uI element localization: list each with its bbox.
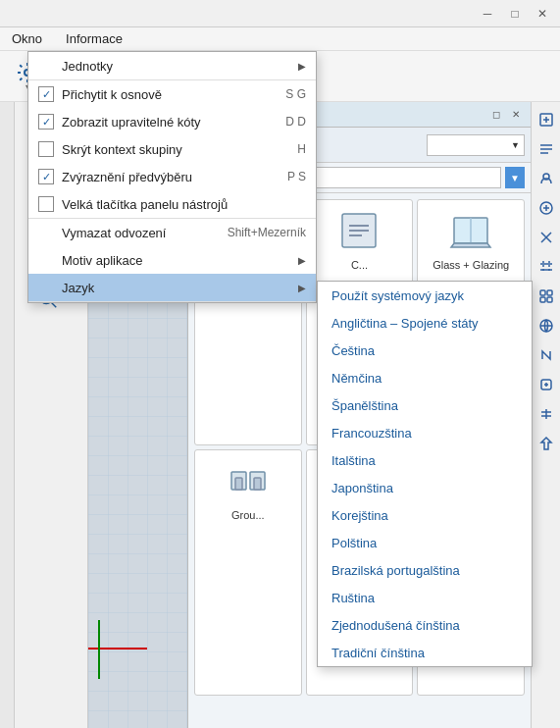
right-tool-12[interactable] xyxy=(535,430,558,457)
pan-button[interactable] xyxy=(19,177,77,210)
tile-glass-icon xyxy=(446,206,495,255)
tile-grou[interactable]: Grou... xyxy=(194,449,302,696)
panel-filter-button[interactable] xyxy=(226,132,253,158)
svg-rect-23 xyxy=(250,226,268,234)
svg-rect-25 xyxy=(229,216,242,224)
menu-okno[interactable]: Okno xyxy=(6,29,48,48)
svg-line-15 xyxy=(51,267,57,273)
panel-close-button[interactable]: ✕ xyxy=(507,107,525,123)
tile-plasti-icon xyxy=(446,456,495,505)
right-tool-1[interactable] xyxy=(535,106,558,133)
right-tool-9[interactable] xyxy=(535,341,558,369)
tile-c[interactable]: C... xyxy=(306,199,414,445)
side-tools-left xyxy=(15,102,88,728)
right-tool-7[interactable] xyxy=(535,283,558,310)
svg-rect-47 xyxy=(547,290,552,295)
globe-button[interactable]: ▾ xyxy=(90,57,129,96)
svg-point-20 xyxy=(235,140,242,147)
tile-pavers[interactable]: Pavers xyxy=(306,449,414,696)
settings-button[interactable]: ▾ xyxy=(8,57,47,96)
svg-rect-32 xyxy=(235,478,242,490)
tile-glass-label: Glass + Glazing xyxy=(433,259,509,271)
right-tool-4[interactable] xyxy=(535,194,558,222)
svg-rect-16 xyxy=(43,259,50,265)
tiles-grid: Brick + Block C... xyxy=(188,193,531,702)
svg-line-21 xyxy=(241,146,245,150)
main-area: Materiály ◻ ✕ xyxy=(0,102,560,728)
panel-search-row: ▼ xyxy=(188,163,531,193)
svg-rect-34 xyxy=(254,478,261,490)
panel-title-bar: Materiály ◻ ✕ xyxy=(188,102,531,128)
minimize-button[interactable]: ─ xyxy=(474,3,501,25)
panel-search-input[interactable] xyxy=(194,167,501,188)
svg-rect-38 xyxy=(365,478,372,490)
panel-toolbar: ▼ xyxy=(188,128,531,163)
tile-plasti[interactable]: Plasti... xyxy=(417,449,525,696)
svg-point-8 xyxy=(46,156,50,160)
axis-x xyxy=(88,648,147,650)
materials-panel: Materiály ◻ ✕ xyxy=(187,102,531,728)
tile-plasti-label: Plasti... xyxy=(453,509,488,521)
tile-pavers-label: Pavers xyxy=(342,509,376,521)
svg-point-14 xyxy=(40,256,53,269)
zoom-in-button[interactable] xyxy=(19,212,77,245)
svg-rect-24 xyxy=(237,235,255,243)
right-tool-6[interactable] xyxy=(535,253,558,281)
title-bar: ─ □ ✕ xyxy=(0,0,560,27)
tile-c-icon xyxy=(334,206,383,255)
svg-rect-40 xyxy=(458,478,465,490)
menu-informace[interactable]: Informace xyxy=(60,29,128,48)
tile-c-label: C... xyxy=(351,259,368,271)
right-tool-2[interactable] xyxy=(535,135,558,163)
move-button[interactable]: ▾ xyxy=(49,57,88,96)
zoom-selection-button[interactable] xyxy=(19,283,77,316)
tile-pavers-icon xyxy=(334,456,383,505)
maximize-button[interactable]: □ xyxy=(501,3,529,25)
toolbar: ▾ ▾ ▾ ▾ ▾ xyxy=(0,51,560,102)
svg-rect-46 xyxy=(540,290,545,295)
content-area: Materiály ◻ ✕ xyxy=(88,102,531,728)
zoom-fit-button[interactable] xyxy=(19,247,77,281)
svg-point-0 xyxy=(25,70,30,76)
menu-bar: Okno Informace xyxy=(0,27,560,51)
tile-brick-block[interactable]: Brick + Block xyxy=(194,199,302,445)
panel-search-button[interactable]: ▼ xyxy=(505,167,525,188)
svg-rect-48 xyxy=(540,297,545,302)
panel-title: Materiály xyxy=(194,108,245,122)
panel-controls: ◻ ✕ xyxy=(487,107,525,123)
info-button[interactable]: ▾ xyxy=(173,57,212,96)
panel-home-button[interactable] xyxy=(194,132,222,158)
svg-rect-42 xyxy=(477,478,484,490)
svg-rect-26 xyxy=(245,216,259,224)
orbit-button[interactable] xyxy=(19,141,77,175)
panel-pin-button[interactable]: ◻ xyxy=(487,107,505,123)
side-tools-right xyxy=(531,102,560,728)
right-tool-10[interactable] xyxy=(535,371,558,398)
svg-rect-22 xyxy=(229,226,246,234)
right-tool-11[interactable] xyxy=(535,400,558,428)
left-panel xyxy=(0,102,15,728)
tile-grou-label: Grou... xyxy=(231,509,265,521)
tile-glass[interactable]: Glass + Glazing xyxy=(417,199,525,445)
right-tool-3[interactable] xyxy=(535,165,558,192)
user-button[interactable]: ▾ xyxy=(131,57,171,96)
right-tool-8[interactable] xyxy=(535,312,558,339)
svg-marker-30 xyxy=(451,243,490,247)
tile-brick-icon xyxy=(224,206,273,255)
right-tool-5[interactable] xyxy=(535,224,558,251)
tile-brick-label: Brick + Block xyxy=(217,259,280,271)
svg-line-18 xyxy=(51,302,57,308)
axis-y xyxy=(98,620,100,679)
svg-rect-36 xyxy=(346,478,353,490)
svg-point-2 xyxy=(147,65,155,73)
svg-rect-49 xyxy=(547,297,552,302)
svg-line-11 xyxy=(51,232,57,237)
cube-view-button[interactable] xyxy=(19,106,77,139)
close-button[interactable]: ✕ xyxy=(529,3,556,25)
tile-grou-icon xyxy=(224,456,273,505)
